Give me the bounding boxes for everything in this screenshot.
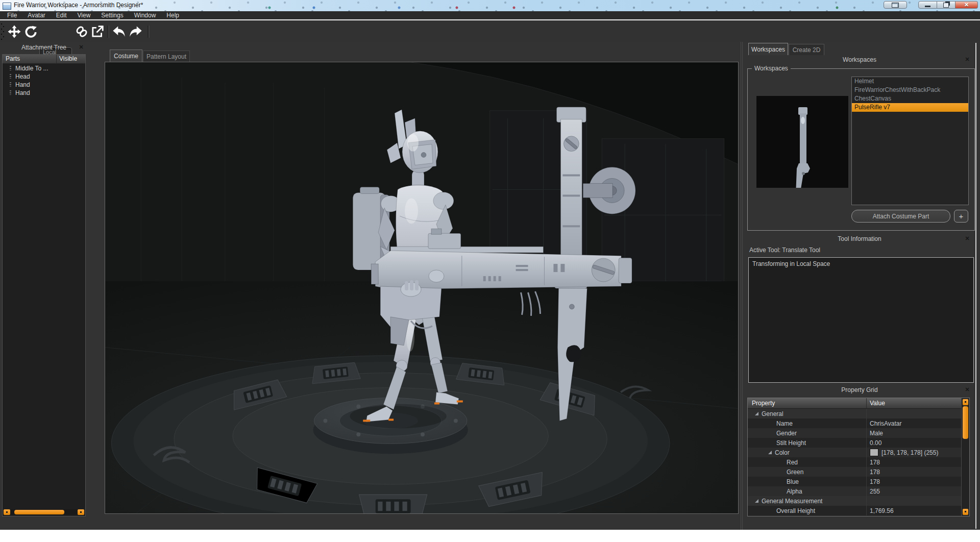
titlebar[interactable]: Fire Warrior Workspace - Armorsmith Desi… — [0, 0, 980, 11]
property-value[interactable]: 0.00 — [870, 439, 881, 447]
property-label: Color — [775, 449, 790, 456]
close-button[interactable]: ✕ — [955, 1, 978, 9]
minimize-button[interactable] — [918, 1, 937, 9]
window-controls: ✕ — [884, 1, 978, 10]
menu-help[interactable]: Help — [164, 11, 181, 19]
tree-item-label: Hand — [15, 81, 30, 88]
tab-pattern-layout[interactable]: Pattern Layout — [143, 51, 190, 62]
menu-file[interactable]: File — [5, 11, 19, 19]
property-value[interactable]: 178 — [870, 478, 880, 485]
property-label: Gender — [748, 430, 797, 437]
workspaces-group-label: Workspaces — [752, 65, 791, 72]
property-row-name[interactable]: Name ChrisAvatar — [748, 418, 962, 428]
property-value[interactable]: ChrisAvatar — [870, 420, 901, 427]
property-grid-close-icon[interactable]: ✕ — [964, 386, 971, 393]
desktop-background — [0, 530, 980, 542]
expander-icon[interactable] — [768, 451, 772, 454]
display-toggle-button[interactable] — [884, 1, 907, 9]
tab-costume[interactable]: Costume — [110, 50, 142, 62]
property-value[interactable]: 255 — [870, 488, 880, 495]
property-row-red[interactable]: Red 178 — [748, 457, 962, 467]
tool-information-title: Tool Information — [838, 235, 881, 242]
export-button[interactable] — [90, 24, 105, 39]
workspace-item-helmet[interactable]: Helmet — [852, 77, 968, 86]
rotate-tool-icon — [24, 25, 37, 38]
property-row-general[interactable]: General — [748, 409, 962, 418]
link-button[interactable] — [75, 24, 89, 39]
menu-settings[interactable]: Settings — [99, 11, 125, 19]
move-tool-icon — [8, 25, 21, 38]
preview-rifle-thumbnail — [756, 96, 848, 188]
property-row-green[interactable]: Green 178 — [748, 467, 962, 477]
drag-handle-icon — [10, 90, 11, 95]
panel-splitter[interactable] — [740, 42, 744, 530]
redo-button[interactable] — [129, 24, 143, 39]
toolbar-separator — [148, 26, 150, 38]
toolbar-grip[interactable] — [0, 22, 5, 41]
tab-workspaces[interactable]: Workspaces — [748, 43, 788, 55]
window-title: Fire Warrior Workspace - Armorsmith Desi… — [14, 2, 143, 9]
rotate-tool-button[interactable] — [23, 24, 38, 39]
workspace-item-pulserifle-selected[interactable]: PulseRifle v7 — [852, 103, 968, 112]
property-label: Red — [748, 459, 798, 466]
property-value[interactable]: 1,769.56 — [870, 507, 894, 514]
display-icon — [892, 3, 899, 8]
menu-view[interactable]: View — [76, 11, 93, 19]
scroll-right-button[interactable] — [78, 509, 84, 515]
property-row-color[interactable]: Color [178, 178, 178] (255) — [748, 448, 962, 457]
attachment-tree-close-icon[interactable]: ✕ — [78, 43, 85, 51]
undo-button[interactable] — [112, 24, 126, 39]
viewport-3d[interactable] — [105, 62, 739, 514]
color-swatch[interactable] — [870, 449, 878, 456]
tab-create-2d[interactable]: Create 2D — [789, 44, 824, 55]
property-row-blue[interactable]: Blue 178 — [748, 477, 962, 486]
menu-avatar[interactable]: Avatar — [26, 11, 47, 19]
property-grid-scrollbar[interactable] — [961, 398, 969, 516]
titlebar-glass-pattern — [0, 0, 980, 11]
workspaces-close-icon[interactable]: ✕ — [964, 56, 971, 63]
tree-item-middle-torso[interactable]: Middle To ... — [3, 64, 85, 72]
add-workspace-button[interactable]: + — [954, 210, 968, 223]
move-tool-button[interactable] — [7, 24, 21, 39]
scrollbar-thumb[interactable] — [963, 406, 968, 439]
attachment-tree-columns: Parts Visible — [3, 55, 85, 64]
expander-icon[interactable] — [755, 412, 758, 415]
property-value[interactable]: Male — [870, 430, 883, 437]
attachment-tree: Parts Visible Middle To ... Head Hand Ha… — [2, 54, 86, 516]
workspace-preview-image[interactable] — [756, 96, 848, 188]
menu-window[interactable]: Window — [132, 11, 158, 19]
column-parts[interactable]: Parts — [3, 55, 57, 63]
tool-information-header: Tool Information ✕ — [744, 234, 975, 243]
column-property[interactable]: Property — [748, 398, 867, 408]
property-row-general-measurement[interactable]: General Measurement — [748, 496, 962, 506]
property-row-gender[interactable]: Gender Male — [748, 428, 962, 438]
scrollbar-thumb[interactable] — [14, 510, 64, 514]
column-visible[interactable]: Visible — [57, 55, 85, 63]
attachment-tree-title: Attachment Tree — [21, 44, 66, 51]
workspace-item-firewarrior-chest[interactable]: FireWarriorChestWithBackPack — [852, 86, 968, 94]
scroll-up-button[interactable] — [963, 399, 968, 405]
workspace-item-chestcanvas[interactable]: ChestCanvas — [852, 94, 968, 103]
property-value[interactable]: 178 — [870, 459, 880, 466]
tree-item-head[interactable]: Head — [3, 72, 85, 80]
restore-button[interactable] — [937, 1, 955, 9]
column-value[interactable]: Value — [867, 398, 962, 408]
property-row-stilt-height[interactable]: Stilt Height 0.00 — [748, 438, 962, 448]
tree-item-hand-2[interactable]: Hand — [3, 89, 85, 96]
menu-edit[interactable]: Edit — [54, 11, 69, 19]
property-value[interactable]: 178 — [870, 469, 880, 476]
tool-message-box[interactable]: Transforming in Local Space — [748, 257, 974, 383]
expander-icon[interactable] — [755, 499, 758, 503]
property-row-alpha[interactable]: Alpha 255 — [748, 486, 962, 496]
property-row-overall-height[interactable]: Overall Height 1,769.56 — [748, 506, 962, 515]
scroll-down-button[interactable] — [963, 509, 968, 515]
export-icon — [91, 25, 104, 38]
scroll-left-button[interactable] — [4, 509, 10, 515]
close-icon: ✕ — [964, 2, 969, 8]
attach-costume-part-button[interactable]: Attach Costume Part — [851, 210, 950, 223]
workspaces-panel-header: Workspaces ✕ — [744, 55, 975, 64]
tree-item-label: Hand — [15, 89, 30, 96]
tree-item-hand-1[interactable]: Hand — [3, 81, 85, 88]
tool-information-close-icon[interactable]: ✕ — [964, 235, 971, 242]
tree-horizontal-scrollbar[interactable] — [4, 509, 84, 515]
